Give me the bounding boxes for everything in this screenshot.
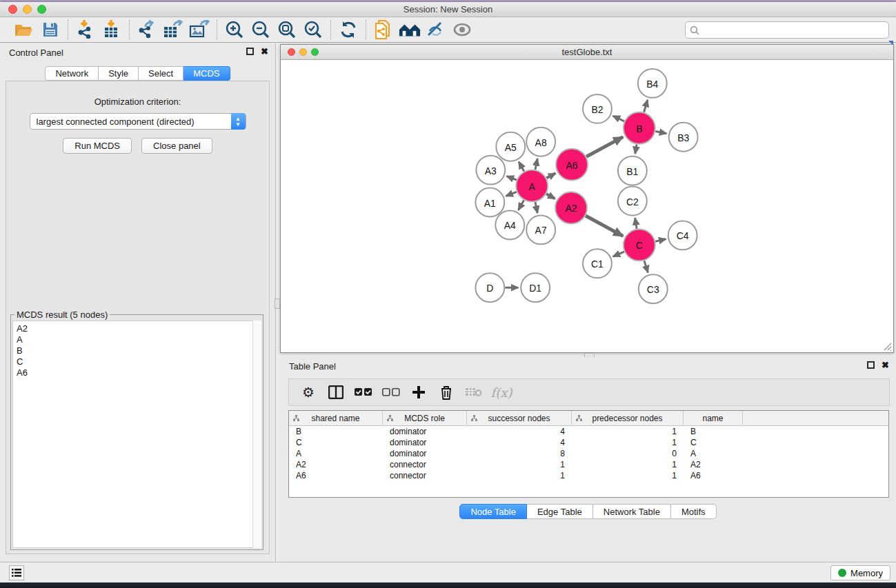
table-cell[interactable]: 1 [572,471,684,480]
result-item[interactable]: B [17,345,261,356]
minimize-window-icon[interactable] [23,5,32,14]
graph-edge-A-A5[interactable] [519,162,524,172]
network-minimize-icon[interactable] [299,48,307,56]
table-cell[interactable]: 4 [467,438,572,447]
close-panel-button[interactable]: Close panel [141,138,212,154]
graph-edge-A2-C[interactable] [586,216,623,236]
column-header-shared-name[interactable]: shared name [289,411,383,425]
splitter-handle-vertical[interactable] [275,298,280,309]
zoom-in-icon[interactable] [223,19,246,40]
graph-edge-A-A4[interactable] [518,200,524,210]
table-cell[interactable]: dominator [383,427,467,436]
table-cell[interactable]: dominator [383,438,467,447]
open-folder-icon[interactable] [13,19,35,40]
graph-node-A1[interactable]: A1 [475,188,504,217]
result-scrollbar[interactable] [252,321,261,548]
export-network-icon[interactable] [136,19,158,40]
table-row[interactable]: A2connector11A2 [289,459,888,470]
table-cell[interactable]: connector [383,460,467,469]
settings-gear-icon[interactable]: ⚙ [296,382,321,403]
graph-edge-A-A1[interactable] [506,192,517,196]
float-panel-icon[interactable] [246,48,254,55]
graph-edge-A-A3[interactable] [507,176,517,180]
split-view-icon[interactable] [323,382,348,403]
graph-edge-A-A8[interactable] [535,159,537,170]
network-maximize-icon[interactable] [311,48,319,56]
resize-grip-icon[interactable] [882,341,892,351]
table-cell[interactable]: 1 [467,471,572,480]
graph-node-A6[interactable]: A6 [556,149,588,181]
graph-edge-C-C2[interactable] [635,218,637,229]
graph-node-A7[interactable]: A7 [526,215,555,244]
graph-edge-C-C1[interactable] [613,252,624,256]
graph-node-B3[interactable]: B3 [669,123,698,152]
refresh-layout-icon[interactable] [337,19,359,40]
delete-table-icon[interactable] [461,382,486,403]
tab-mcds[interactable]: MCDS [183,66,230,81]
tab-style[interactable]: Style [99,66,139,81]
tab-motifs[interactable]: Motifs [671,504,717,519]
table-cell[interactable]: B [684,427,743,436]
graph-node-C3[interactable]: C3 [639,274,668,303]
function-builder-icon[interactable]: f(x) [489,382,514,403]
graph-edge-A-A7[interactable] [535,202,537,213]
graph-node-A[interactable]: A [516,170,548,202]
tab-network-table[interactable]: Network Table [593,504,671,519]
graph-node-A4[interactable]: A4 [495,210,524,239]
result-item[interactable]: A6 [17,367,261,378]
table-cell[interactable]: A2 [684,460,743,469]
node-table[interactable]: shared nameMCDS rolesuccessor nodesprede… [288,410,889,498]
tab-node-table[interactable]: Node Table [459,504,527,519]
graph-edge-C-C3[interactable] [644,261,648,272]
graph-node-A8[interactable]: A8 [526,128,555,156]
graph-node-A5[interactable]: A5 [496,132,525,161]
network-close-icon[interactable] [288,48,295,56]
table-cell[interactable]: 1 [467,460,572,469]
task-history-button[interactable] [9,565,24,580]
table-cell[interactable]: 4 [467,427,572,436]
table-cell[interactable]: C [289,438,383,447]
table-cell[interactable]: 1 [572,427,684,436]
graph-edge-A-A2[interactable] [546,194,555,199]
network-canvas[interactable]: B4B2BB3A5A8A6A3B1AC2A1A2A4A7CC4C1C3DD1 [281,60,893,352]
table-cell[interactable]: A [684,449,743,458]
graph-edge-B-B3[interactable] [655,132,666,134]
result-item[interactable]: A [17,334,261,345]
hide-selected-icon[interactable] [425,19,447,40]
import-network-icon[interactable] [74,19,97,40]
criterion-select[interactable]: largest connected component (directed) ▲… [30,113,246,130]
search-field[interactable] [685,21,889,39]
table-cell[interactable]: connector [383,471,467,480]
zoom-selected-icon[interactable] [302,19,324,40]
add-column-icon[interactable] [406,382,431,403]
float-table-panel-icon[interactable] [867,361,875,369]
tab-network[interactable]: Network [45,66,99,81]
memory-button[interactable]: Memory [830,565,890,580]
column-header-name[interactable]: name [684,411,743,425]
graph-node-A3[interactable]: A3 [476,156,505,185]
zoom-fit-icon[interactable] [276,19,298,40]
table-cell[interactable]: 1 [572,438,684,447]
mcds-result-list[interactable]: A2ABCA6 [12,321,261,548]
close-panel-icon[interactable]: ✖ [261,48,268,55]
run-mcds-button[interactable]: Run MCDS [63,138,132,154]
table-cell[interactable]: 8 [467,449,572,458]
table-cell[interactable]: B [289,427,383,436]
graph-node-B2[interactable]: B2 [583,94,612,123]
table-cell[interactable]: 1 [572,460,684,469]
result-item[interactable]: A2 [17,323,261,334]
graph-node-C4[interactable]: C4 [668,221,697,250]
table-cell[interactable]: A2 [289,460,383,469]
tab-select[interactable]: Select [139,66,183,81]
tab-edge-table[interactable]: Edge Table [527,504,593,519]
maximize-window-icon[interactable] [37,5,46,14]
import-table-icon[interactable] [101,19,123,40]
export-image-icon[interactable] [188,19,210,40]
graph-node-D[interactable]: D [475,273,504,302]
graph-node-A2[interactable]: A2 [555,192,587,224]
export-table-icon[interactable] [162,19,184,40]
graph-edge-B-B1[interactable] [635,144,637,154]
select-all-columns-icon[interactable] [351,382,376,403]
table-cell[interactable]: A [289,449,383,458]
table-row[interactable]: A6connector11A6 [289,470,888,481]
